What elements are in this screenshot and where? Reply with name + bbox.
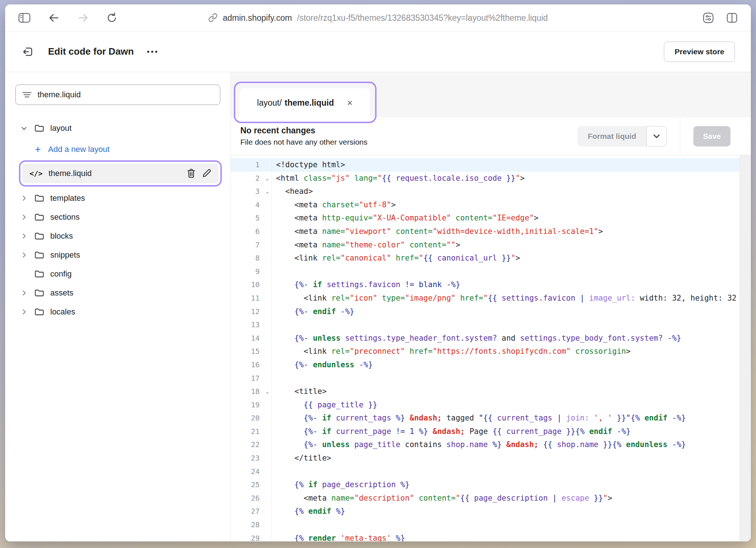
code-line[interactable]: 9 <box>231 265 739 278</box>
sidebar-folder-templates[interactable]: templates <box>5 189 231 208</box>
editor-panel: layout/theme.liquid × No recent changes … <box>231 72 751 541</box>
sidebar-folder-blocks[interactable]: blocks <box>5 227 231 246</box>
sidebar-folder-layout[interactable]: layout <box>5 119 231 138</box>
sidebar-folder-config[interactable]: config <box>5 265 231 283</box>
file-sidebar: layout+Add a new layout</>theme.liquidte… <box>5 72 231 541</box>
code-line[interactable]: 20 {%- if current_tags %} &ndash; tagged… <box>231 411 739 425</box>
file-tree: layout+Add a new layout</>theme.liquidte… <box>5 119 231 321</box>
save-button[interactable]: Save <box>693 126 731 146</box>
page-settings-icon[interactable] <box>702 12 714 23</box>
code-line[interactable]: 2⌄<html class="js" lang="{{ request.loca… <box>231 172 739 185</box>
add-new-layout-button[interactable]: +Add a new layout <box>5 140 231 159</box>
sidebar-item-theme.liquid[interactable]: </>theme.liquid <box>22 164 218 183</box>
fold-chevron-icon[interactable]: ⌄ <box>265 172 269 185</box>
tab-bar: layout/theme.liquid × <box>231 72 751 117</box>
line-number: 25 <box>231 478 272 492</box>
code-line[interactable]: 19 {{ page_title }} <box>231 398 739 412</box>
code-line[interactable]: 15 <link rel="preconnect" href="https://… <box>231 345 739 358</box>
code-line[interactable]: 14 {%- unless settings.type_header_font.… <box>231 332 739 345</box>
folder-icon <box>34 213 44 222</box>
line-number: 23 <box>231 451 272 465</box>
chevron-down-icon <box>653 134 660 139</box>
line-number: 9 <box>231 265 272 278</box>
exit-icon[interactable] <box>21 45 34 58</box>
line-number: 20 <box>231 411 272 425</box>
code-line[interactable]: 23 </title> <box>231 451 739 465</box>
line-number: 8 <box>231 251 272 265</box>
code-line[interactable]: 6 <meta name="viewport" content="width=d… <box>231 225 739 238</box>
code-line[interactable]: 7 <meta name="theme-color" content=""> <box>231 238 739 252</box>
code-line[interactable]: 21 {%- if current_page != 1 %} &ndash; P… <box>231 425 739 438</box>
code-line[interactable]: 24 <box>231 465 739 478</box>
forward-icon[interactable] <box>77 13 89 23</box>
line-number: 16 <box>231 358 272 372</box>
file-search-box[interactable] <box>15 85 220 105</box>
sidebar-folder-locales[interactable]: locales <box>5 302 231 321</box>
code-line[interactable]: 8 <link rel="canonical" href="{{ canonic… <box>231 251 739 265</box>
more-actions-icon[interactable] <box>146 50 158 54</box>
sidebar-toggle-icon[interactable] <box>18 13 31 23</box>
code-line[interactable]: 5 <meta http-equiv="X-UA-Compatible" con… <box>231 211 739 225</box>
code-line[interactable]: 13 <box>231 318 739 332</box>
tab-theme-liquid[interactable]: layout/theme.liquid × <box>240 88 370 117</box>
search-input[interactable] <box>38 90 213 99</box>
line-number: 26 <box>231 492 272 505</box>
code-file-icon: </> <box>29 169 43 178</box>
chevron-right-icon <box>21 233 27 239</box>
fold-chevron-icon[interactable]: ⌄ <box>265 185 269 198</box>
sidebar-folder-sections[interactable]: sections <box>5 208 231 227</box>
split-view-icon[interactable] <box>726 12 738 23</box>
line-number: 17 <box>231 372 272 385</box>
code-line[interactable]: 29 {% render 'meta-tags' %} <box>231 532 739 541</box>
format-dropdown-button[interactable] <box>646 126 667 146</box>
code-line[interactable]: 3⌄ <head> <box>231 185 739 198</box>
code-line[interactable]: 18⌄ <title> <box>231 385 739 398</box>
page-title: Edit code for Dawn <box>48 46 134 57</box>
folder-label: assets <box>50 288 74 298</box>
rename-file-icon[interactable] <box>202 169 211 178</box>
editor-scrollbar[interactable] <box>739 155 751 541</box>
delete-file-icon[interactable] <box>186 168 196 179</box>
folder-icon <box>34 308 44 316</box>
preview-store-button[interactable]: Preview store <box>664 42 735 62</box>
code-line[interactable]: 12 {%- endif -%} <box>231 305 739 318</box>
line-number: 11 <box>231 291 272 305</box>
reload-icon[interactable] <box>106 12 117 24</box>
folder-icon <box>34 232 44 240</box>
line-number: 18⌄ <box>231 385 272 398</box>
url-field[interactable]: admin.shopify.com/store/rzq1xu-f5/themes… <box>208 13 548 23</box>
code-line[interactable]: 27 {% endif %} <box>231 505 739 518</box>
line-number: 27 <box>231 505 272 518</box>
sidebar-folder-assets[interactable]: assets <box>5 283 231 302</box>
line-number: 12 <box>231 305 272 318</box>
code-line[interactable]: 25 {% if page_description %} <box>231 478 739 492</box>
code-line[interactable]: 16 {%- endunless -%} <box>231 358 739 372</box>
filter-icon <box>22 91 32 98</box>
code-editor[interactable]: 1<!doctype html>2⌄<html class="js" lang=… <box>231 155 751 541</box>
format-liquid-button[interactable]: Format liquid <box>578 126 646 146</box>
code-line[interactable]: 22 {%- unless page_title contains shop.n… <box>231 438 739 451</box>
chevron-right-icon <box>21 252 27 258</box>
folder-icon <box>34 270 44 278</box>
fold-chevron-icon[interactable]: ⌄ <box>265 385 269 398</box>
code-line[interactable]: 4 <meta charset="utf-8"> <box>231 198 739 212</box>
back-icon[interactable] <box>48 13 60 23</box>
line-number: 14 <box>231 332 272 345</box>
sidebar-folder-snippets[interactable]: snippets <box>5 246 231 265</box>
code-line[interactable]: 1<!doctype html> <box>231 158 739 172</box>
line-number: 10 <box>231 278 272 291</box>
line-number: 15 <box>231 345 272 358</box>
code-line[interactable]: 11 <link rel="icon" type="image/png" hre… <box>231 291 739 305</box>
folder-label: blocks <box>50 231 73 241</box>
code-line[interactable]: 26 <meta name="description" content="{{ … <box>231 492 739 505</box>
line-number: 28 <box>231 518 272 532</box>
link-icon <box>208 13 218 23</box>
version-subtitle: File does not have any other versions <box>240 138 367 146</box>
line-number: 4 <box>231 198 272 212</box>
line-number: 24 <box>231 465 272 478</box>
code-line[interactable]: 17 <box>231 372 739 385</box>
tab-close-icon[interactable]: × <box>347 98 353 107</box>
code-line[interactable]: 28 <box>231 518 739 532</box>
code-line[interactable]: 10 {%- if settings.favicon != blank -%} <box>231 278 739 291</box>
chevron-right-icon <box>21 290 27 296</box>
